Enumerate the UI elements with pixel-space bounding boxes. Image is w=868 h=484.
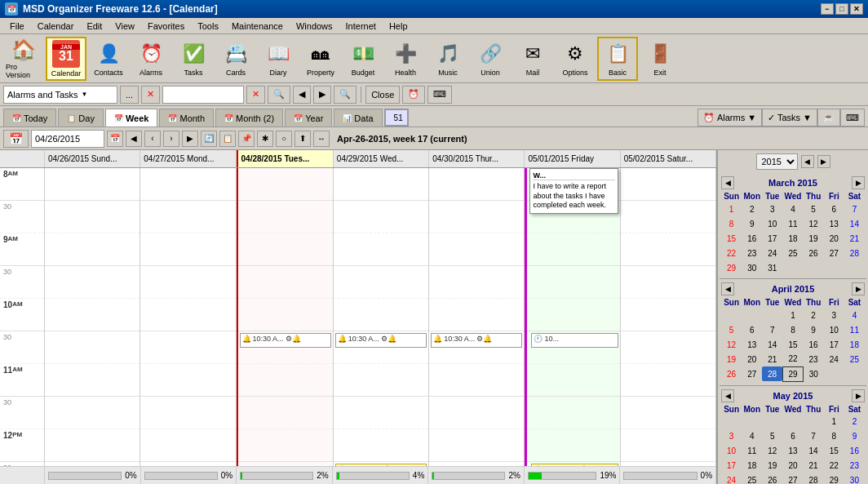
tab-month2[interactable]: 📅Month (2) — [215, 109, 283, 127]
copy-btn[interactable]: 📋 — [219, 131, 236, 147]
tab-day[interactable]: 📋Day — [58, 109, 104, 127]
day-header-5[interactable]: 05/01/2015 Friday — [525, 150, 620, 167]
mail-button[interactable]: ✉ Mail — [512, 37, 553, 81]
export-btn[interactable]: ⬆ — [294, 131, 311, 147]
table-row[interactable]: 16 — [742, 231, 762, 246]
table-row[interactable]: 14 — [762, 337, 782, 352]
table-row[interactable]: 2 — [742, 202, 762, 216]
year-prev-btn[interactable]: ◀ — [801, 155, 814, 168]
coffee-button[interactable]: ☕ — [817, 109, 840, 127]
day-col-6[interactable] — [621, 168, 716, 466]
table-row[interactable]: 8 — [782, 322, 803, 337]
table-row[interactable]: 25 — [742, 473, 762, 485]
table-row[interactable]: 11 — [742, 444, 762, 459]
calendar-icon-btn[interactable]: 📅 — [3, 130, 29, 148]
table-row[interactable]: 5 — [721, 322, 742, 337]
day-col-5[interactable]: W... I have to write a report about the … — [525, 168, 620, 466]
paste-btn[interactable]: 📌 — [238, 131, 255, 147]
table-row[interactable]: 14 — [844, 216, 865, 231]
table-row[interactable]: 19 — [762, 459, 782, 473]
menu-windows[interactable]: Windows — [290, 18, 339, 33]
day-header-1[interactable]: 04/27/2015 Mond... — [140, 150, 236, 167]
date-input[interactable] — [31, 130, 104, 148]
table-row[interactable]: 20 — [824, 231, 844, 246]
table-row[interactable]: 7 — [762, 322, 782, 337]
close-button2[interactable]: Close — [365, 86, 400, 104]
table-row[interactable]: 20 — [782, 459, 803, 473]
may-prev-btn[interactable]: ◀ — [721, 389, 734, 402]
alarms-tasks-open-button[interactable]: ... — [120, 86, 139, 104]
event-day3-1030[interactable]: 🔔10:30 A...⚙🔔 — [335, 333, 427, 348]
calendar-button[interactable]: JAN 31 Calendar — [46, 37, 86, 81]
table-row[interactable]: 15 — [824, 444, 844, 459]
table-row[interactable]: 9 — [742, 216, 762, 231]
unmark-btn[interactable]: ○ — [276, 131, 292, 147]
table-row[interactable]: 30 — [742, 260, 762, 275]
table-row[interactable]: 16 — [844, 444, 865, 459]
day-header-4[interactable]: 04/30/2015 Thur... — [429, 150, 525, 167]
table-row[interactable]: 4 — [844, 308, 865, 322]
table-row[interactable]: 10 — [721, 444, 742, 459]
menu-file[interactable]: File — [3, 18, 31, 33]
table-row[interactable]: 28 — [804, 473, 824, 485]
table-row[interactable]: 28 — [844, 246, 865, 260]
table-row[interactable]: 12 — [762, 444, 782, 459]
table-row[interactable]: 24 — [762, 246, 782, 260]
table-row[interactable]: 7 — [804, 429, 824, 444]
forward-button[interactable]: ▶ — [313, 86, 331, 104]
year-select[interactable]: 2015 2014 2016 — [756, 153, 798, 170]
tab-year[interactable]: 📅Year — [285, 109, 332, 127]
alarms-button[interactable]: ⏰ Alarms — [131, 37, 171, 81]
music-button[interactable]: 🎵 Music — [427, 37, 468, 81]
table-row[interactable]: 17 — [721, 459, 742, 473]
maximize-button[interactable]: □ — [835, 3, 848, 15]
table-row[interactable]: 23 — [844, 459, 865, 473]
table-row[interactable]: 18 — [742, 459, 762, 473]
titlebar-controls[interactable]: − □ ✕ — [821, 3, 863, 15]
table-row[interactable]: 24 — [824, 352, 844, 366]
table-row[interactable]: 18 — [782, 231, 803, 246]
table-row[interactable]: 27 — [782, 473, 803, 485]
day-header-6[interactable]: 05/02/2015 Satur... — [621, 150, 716, 167]
table-row[interactable]: 26 — [804, 246, 824, 260]
alarm-tab-button[interactable]: ⏰ Alarms ▼ — [698, 109, 762, 127]
budget-button[interactable]: 💵 Budget — [343, 37, 383, 81]
table-row[interactable]: 25 — [844, 352, 865, 366]
contacts-button[interactable]: 👤 Contacts — [88, 37, 129, 81]
filter-button[interactable]: 🔍 — [268, 86, 290, 104]
tab-week[interactable]: 📅Week — [105, 109, 158, 127]
menu-tools[interactable]: Tools — [191, 18, 225, 33]
day-header-0[interactable]: 04/26/2015 Sund... — [45, 150, 140, 167]
menu-favorites[interactable]: Favorites — [141, 18, 191, 33]
popup-note[interactable]: W... I have to write a report about the … — [529, 168, 618, 214]
table-row[interactable]: 6 — [742, 322, 762, 337]
day-col-4[interactable]: 🔔10:30 A...⚙🔔 — [429, 168, 525, 466]
table-row[interactable]: 28 — [762, 366, 782, 381]
table-row[interactable]: 29 — [824, 473, 844, 485]
search-x-button[interactable]: ✕ — [246, 86, 265, 104]
table-row[interactable]: 13 — [742, 337, 762, 352]
day-col-1[interactable] — [140, 168, 236, 466]
diary-button[interactable]: 📖 Diary — [258, 37, 299, 81]
tab-51[interactable]: 51 — [384, 109, 409, 127]
table-row[interactable]: 4 — [742, 429, 762, 444]
table-row[interactable]: 6 — [824, 202, 844, 216]
table-row[interactable]: 13 — [824, 216, 844, 231]
table-row[interactable]: 3 — [824, 308, 844, 322]
table-row[interactable]: 15 — [721, 231, 742, 246]
search-field[interactable] — [162, 86, 244, 104]
exit-button[interactable]: 🚪 Exit — [640, 37, 680, 81]
tasks-button[interactable]: ✅ Tasks — [173, 37, 214, 81]
day-col-3[interactable]: 🔔10:30 A...⚙🔔 🔒01:00 ...⚙🔔 — [334, 168, 429, 466]
prev-week-btn[interactable]: ◀ — [126, 131, 142, 147]
table-row[interactable]: 14 — [804, 444, 824, 459]
tasks-tab-button[interactable]: ✓ Tasks ▼ — [762, 109, 817, 127]
table-row[interactable]: 5 — [804, 202, 824, 216]
table-row[interactable]: 13 — [782, 444, 803, 459]
may-next-btn[interactable]: ▶ — [852, 389, 865, 402]
basic-button[interactable]: 📋 Basic — [597, 37, 638, 81]
table-row[interactable]: 2 — [844, 415, 865, 429]
event-day4-1030[interactable]: 🔔10:30 A...⚙🔔 — [431, 333, 522, 348]
table-row[interactable]: 30 — [844, 473, 865, 485]
table-row[interactable]: 8 — [824, 429, 844, 444]
